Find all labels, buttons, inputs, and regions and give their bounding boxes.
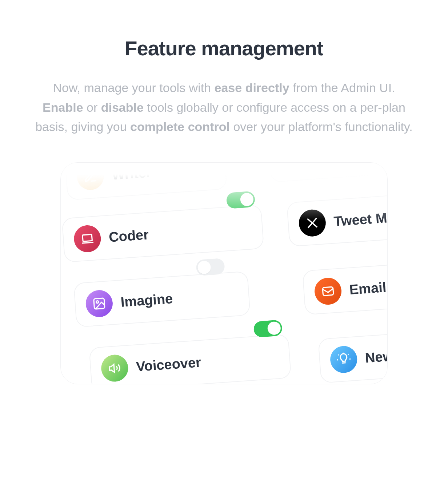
- card-label: Coder: [108, 227, 149, 245]
- toggle-coder[interactable]: [226, 191, 256, 209]
- svg-rect-5: [323, 287, 333, 296]
- laptop-icon: [73, 225, 102, 253]
- feature-panel: Writer Blog Section Coder: [60, 162, 388, 384]
- feature-card-blog[interactable]: Blog Section: [267, 162, 388, 182]
- page-title: Feature management: [29, 36, 419, 60]
- speaker-icon: [100, 354, 129, 383]
- feature-card-tweet[interactable]: Tweet Machine: [287, 191, 388, 247]
- feature-card-coder[interactable]: Coder: [61, 205, 264, 263]
- toggle-imagine[interactable]: [196, 258, 225, 276]
- feature-card-email[interactable]: Email writer: [302, 260, 388, 315]
- card-label: Blog Section: [314, 162, 388, 165]
- page-subtitle: Now, manage your tools with ease directl…: [31, 78, 417, 137]
- layout-icon: [279, 162, 308, 173]
- image-icon: [85, 289, 113, 318]
- pen-icon: [76, 162, 105, 191]
- email-icon: [314, 277, 343, 306]
- x-twitter-icon: [298, 209, 327, 237]
- lightbulb-icon: [329, 345, 358, 374]
- card-label: Tweet Machine: [333, 207, 388, 230]
- feature-card-newsletter[interactable]: Newsletter: [318, 328, 388, 383]
- svg-rect-1: [288, 162, 299, 164]
- svg-rect-2: [83, 234, 92, 241]
- toggle-voiceover[interactable]: [253, 320, 283, 337]
- card-label: Email writer: [349, 277, 388, 298]
- card-label: Writer: [111, 165, 152, 183]
- feature-card-writer[interactable]: Writer: [64, 162, 227, 200]
- card-label: Imagine: [120, 291, 173, 310]
- feature-card-imagine[interactable]: Imagine: [73, 271, 251, 328]
- feature-card-voiceover[interactable]: Voiceover: [89, 334, 291, 384]
- svg-point-4: [96, 301, 99, 303]
- card-label: Voiceover: [136, 355, 201, 375]
- card-label: Newsletter: [365, 345, 388, 366]
